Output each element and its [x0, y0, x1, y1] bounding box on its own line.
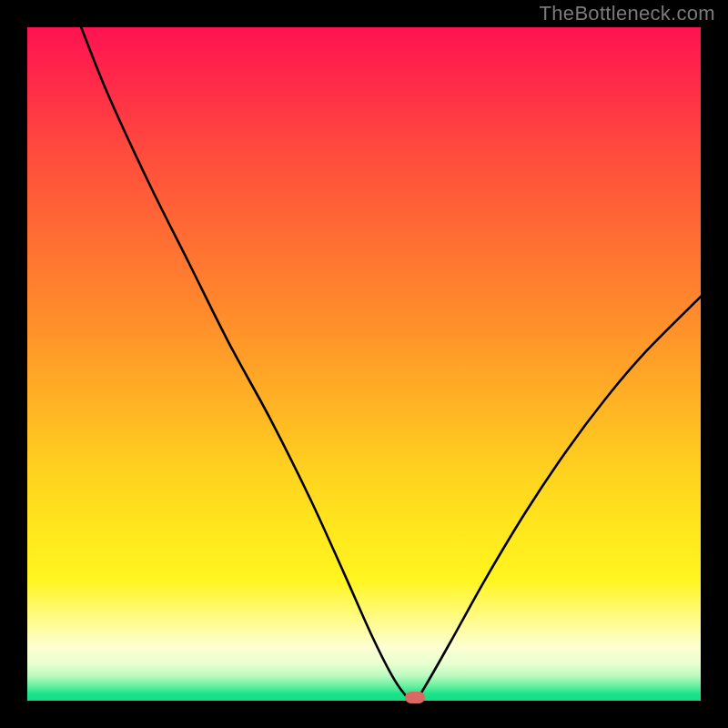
bottleneck-curve — [27, 27, 701, 701]
chart-frame: TheBottleneck.com — [0, 0, 728, 728]
optimal-point-marker — [405, 692, 425, 703]
plot-area — [27, 27, 701, 701]
watermark-text: TheBottleneck.com — [540, 2, 715, 25]
